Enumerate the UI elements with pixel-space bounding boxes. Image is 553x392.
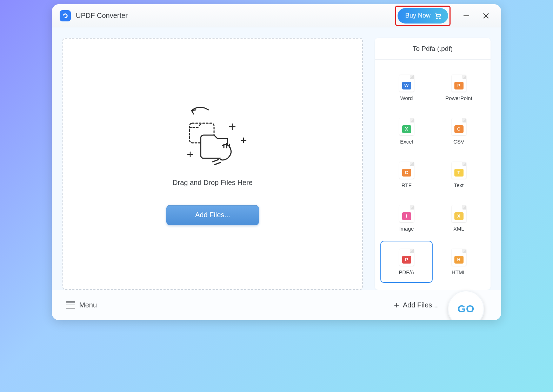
cart-icon	[434, 12, 442, 20]
go-button[interactable]: GO	[448, 291, 484, 320]
file-badge: C	[454, 125, 464, 133]
file-icon: T	[452, 162, 466, 179]
format-label: Excel	[400, 139, 413, 145]
format-label: HTML	[452, 269, 466, 275]
formats-panel: To Pdfa (.pdf) WWordPPowerPointXExcelCCS…	[375, 38, 491, 290]
file-icon: H	[452, 249, 466, 266]
buy-now-label: Buy Now	[405, 12, 431, 19]
format-option-word[interactable]: WWord	[380, 67, 433, 109]
plus-icon: +	[394, 300, 399, 310]
format-option-html[interactable]: HHTML	[433, 241, 485, 283]
svg-line-10	[215, 162, 220, 165]
file-icon: X	[452, 205, 466, 222]
file-badge: C	[402, 169, 411, 177]
file-icon: C	[452, 118, 466, 135]
format-option-xml[interactable]: XXML	[433, 197, 485, 239]
svg-point-3	[437, 18, 438, 19]
svg-line-9	[213, 160, 218, 162]
file-icon: C	[399, 162, 414, 179]
formats-header: To Pdfa (.pdf)	[375, 38, 491, 60]
format-label: PDF/A	[399, 269, 414, 275]
bottombar: Menu + Add Files... GO	[52, 290, 501, 320]
file-badge: H	[454, 256, 464, 264]
app-title: UPDF Converter	[76, 12, 128, 20]
format-label: Word	[400, 95, 413, 101]
buy-now-highlight: Buy Now	[395, 6, 451, 26]
app-window: UPDF Converter Buy Now	[52, 4, 501, 320]
add-files-link-label: Add Files...	[403, 301, 438, 309]
format-label: XML	[453, 226, 464, 232]
format-option-rtf[interactable]: CRTF	[380, 154, 433, 196]
file-badge: P	[454, 82, 464, 89]
close-button[interactable]	[479, 8, 493, 23]
file-icon: I	[399, 205, 414, 222]
formats-grid: WWordPPowerPointXExcelCCSVCRTFTTextIImag…	[375, 60, 491, 290]
add-files-link[interactable]: + Add Files...	[394, 300, 438, 310]
file-icon: W	[399, 75, 414, 92]
format-label: RTF	[401, 182, 412, 188]
minimize-button[interactable]	[459, 8, 474, 23]
dropzone-hint: Drag and Drop Files Here	[173, 179, 253, 187]
file-icon: X	[399, 118, 414, 135]
format-option-powerpoint[interactable]: PPowerPoint	[433, 67, 485, 109]
format-label: PowerPoint	[445, 95, 472, 101]
format-label: CSV	[453, 139, 464, 145]
hamburger-icon	[66, 301, 75, 308]
menu-button[interactable]: Menu	[66, 301, 97, 309]
svg-point-4	[439, 18, 440, 19]
format-option-pdf-a[interactable]: PPDF/A	[380, 241, 433, 283]
file-icon: P	[399, 249, 414, 266]
menu-label: Menu	[79, 301, 97, 309]
add-files-button[interactable]: Add Files...	[166, 205, 259, 225]
file-icon: P	[452, 75, 466, 92]
app-logo-icon	[60, 10, 71, 21]
svg-rect-2	[63, 15, 65, 18]
file-badge: I	[402, 212, 411, 220]
format-option-excel[interactable]: XExcel	[380, 110, 433, 152]
titlebar: UPDF Converter Buy Now	[52, 4, 501, 27]
format-label: Image	[399, 226, 414, 232]
format-label: Text	[454, 182, 464, 188]
main-area: Drag and Drop Files Here Add Files... To…	[52, 27, 501, 290]
format-option-image[interactable]: IImage	[380, 197, 433, 239]
buy-now-button[interactable]: Buy Now	[398, 8, 448, 24]
file-badge: X	[402, 125, 411, 133]
format-option-csv[interactable]: CCSV	[433, 110, 485, 152]
file-badge: W	[402, 82, 411, 89]
file-badge: X	[454, 212, 464, 220]
file-badge: P	[402, 256, 411, 264]
format-option-text[interactable]: TText	[433, 154, 485, 196]
drop-illustration-icon	[178, 103, 248, 171]
file-dropzone[interactable]: Drag and Drop Files Here Add Files...	[62, 38, 363, 290]
file-badge: T	[454, 169, 464, 177]
